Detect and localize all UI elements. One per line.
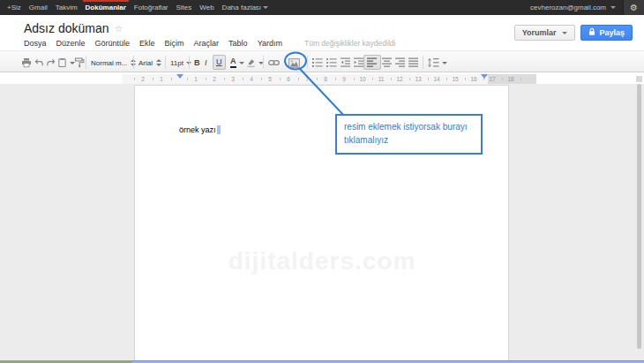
ruler-tick: [280, 78, 281, 80]
menu-ara-lar[interactable]: Araçlar: [194, 39, 220, 48]
toolbar: Normal m... Arial 11pt B I U A: [0, 50, 644, 72]
ruler-number: 17: [489, 76, 495, 82]
italic-button[interactable]: I: [205, 57, 207, 69]
align-right-button[interactable]: [395, 57, 406, 69]
ruler-tick: [224, 78, 225, 80]
menu-d-zenle[interactable]: Düzenle: [56, 39, 86, 48]
ruler-number: 14: [433, 76, 439, 82]
align-right-icon: [395, 57, 406, 68]
ruler-tick: [298, 78, 299, 80]
chevron-down-icon: [239, 62, 244, 64]
ruler-number: 2: [141, 76, 145, 82]
paragraph-style-dropdown[interactable]: Normal m...: [91, 57, 136, 69]
ruler-tick: [317, 78, 318, 80]
menu-g-r-nt-le[interactable]: Görüntüle: [95, 39, 131, 48]
topbar-item-daha-fazlas-[interactable]: Daha fazlası: [222, 0, 268, 15]
ruler-number: 11: [378, 76, 385, 82]
bold-button[interactable]: B: [194, 57, 200, 69]
ruler-number: 7: [305, 76, 309, 82]
insert-image-button[interactable]: [288, 57, 300, 69]
paint-format-button[interactable]: [74, 57, 85, 69]
account-menu[interactable]: cevherozan@gmail.com: [530, 4, 616, 11]
insert-link-button[interactable]: [268, 57, 280, 69]
topbar-item-+siz[interactable]: +Siz: [7, 0, 21, 15]
ruler-tick: [134, 78, 135, 80]
toolbar-separator: [423, 56, 423, 69]
italic-icon: I: [205, 59, 207, 67]
ruler-number: 13: [415, 76, 421, 82]
document-text: örnek yazı: [179, 125, 216, 134]
ruler-number: 10: [359, 76, 365, 82]
topbar-item-gmail[interactable]: Gmail: [29, 0, 48, 15]
share-button[interactable]: Paylaş: [580, 25, 633, 41]
print-button[interactable]: [21, 57, 32, 69]
right-margin-marker[interactable]: [481, 74, 488, 79]
topbar-item-takvim[interactable]: Takvim: [56, 0, 78, 15]
bullet-list-button[interactable]: [326, 57, 337, 69]
ruler-tick: [520, 78, 521, 80]
line-spacing-button[interactable]: [428, 57, 447, 69]
paragraph-style-value: Normal m...: [91, 59, 127, 67]
document-text-line[interactable]: örnek yazı: [179, 125, 221, 134]
link-icon: [268, 57, 280, 68]
ruler-tick: [502, 78, 503, 80]
left-margin-marker[interactable]: [176, 74, 183, 79]
scrollbar-thumb[interactable]: [637, 84, 641, 349]
align-center-button[interactable]: [382, 57, 393, 69]
ruler-number: 18: [507, 76, 513, 82]
topbar-item-sites[interactable]: Sites: [176, 0, 192, 15]
undo-icon: [34, 58, 44, 68]
ruler-tick: [446, 78, 447, 80]
annotation-callout: resim eklemek istiyorsak burayı tıklamal…: [335, 114, 483, 155]
text-color-button[interactable]: A: [230, 57, 244, 69]
comments-button[interactable]: Yorumlar: [514, 25, 576, 41]
settings-gear-button[interactable]: ⚙: [623, 0, 644, 15]
font-dropdown[interactable]: Arial: [139, 57, 161, 69]
chevron-down-icon: [562, 32, 567, 34]
align-justify-button[interactable]: [408, 57, 419, 69]
menu-yard-m[interactable]: Yardım: [258, 39, 282, 48]
topbar-nav: +SizGmailTakvimDokümanlarFotoğraflarSite…: [0, 0, 268, 15]
ruler-tick: [243, 78, 243, 80]
underline-button[interactable]: U: [213, 55, 226, 70]
ruler-tick: [409, 78, 410, 80]
document-header: Adsız doküman ☆ DosyaDüzenleGörüntüleEkl…: [0, 15, 644, 50]
ruler-tick: [372, 78, 373, 80]
text-color-icon: A: [230, 57, 236, 67]
menu-ekle[interactable]: Ekle: [139, 39, 155, 48]
topbar-right: cevherozan@gmail.com ⚙: [530, 0, 644, 15]
updown-arrows-icon: [156, 59, 161, 66]
redo-icon: [46, 58, 56, 68]
toolbar-separator: [165, 56, 166, 69]
menu-dosya[interactable]: Dosya: [24, 39, 47, 48]
document-canvas: örnek yazı dijitalders.com: [0, 84, 644, 363]
outdent-button[interactable]: [341, 57, 351, 69]
watermark-text: dijitalders.com: [190, 247, 454, 276]
ruler-number: 2: [213, 76, 216, 82]
highlight-color-button[interactable]: [246, 57, 264, 69]
ruler-number: 15: [452, 76, 458, 82]
topbar-item-web[interactable]: Web: [199, 0, 213, 15]
scrollbar-top-cap: [636, 76, 642, 82]
ruler-tick: [153, 78, 154, 80]
undo-button[interactable]: [34, 57, 44, 69]
document-title[interactable]: Adsız doküman: [24, 21, 109, 35]
ruler-tick: [428, 78, 429, 80]
menu-bi-im[interactable]: Biçim: [165, 39, 184, 48]
numbered-list-button[interactable]: [312, 57, 323, 69]
redo-button[interactable]: [46, 57, 56, 69]
font-size-value: 11pt: [170, 59, 183, 67]
gear-icon: ⚙: [630, 3, 638, 12]
bullet-list-icon: [326, 57, 337, 68]
highlighter-icon: [246, 57, 256, 68]
topbar-item-foto-raflar[interactable]: Fotoğraflar: [134, 0, 168, 15]
paste-button[interactable]: [57, 57, 75, 69]
align-justify-icon: [408, 57, 419, 68]
ruler[interactable]: 21123456789101112131415161718: [122, 74, 536, 84]
star-icon[interactable]: ☆: [115, 23, 124, 34]
align-left-button[interactable]: [363, 55, 381, 70]
menu-tablo[interactable]: Tablo: [228, 39, 248, 48]
topbar-item-dok-manlar[interactable]: Dokümanlar: [86, 0, 126, 15]
menu-items: DosyaDüzenleGörüntüleEkleBiçimAraçlarTab…: [24, 39, 282, 48]
google-topbar: +SizGmailTakvimDokümanlarFotoğraflarSite…: [0, 0, 644, 15]
